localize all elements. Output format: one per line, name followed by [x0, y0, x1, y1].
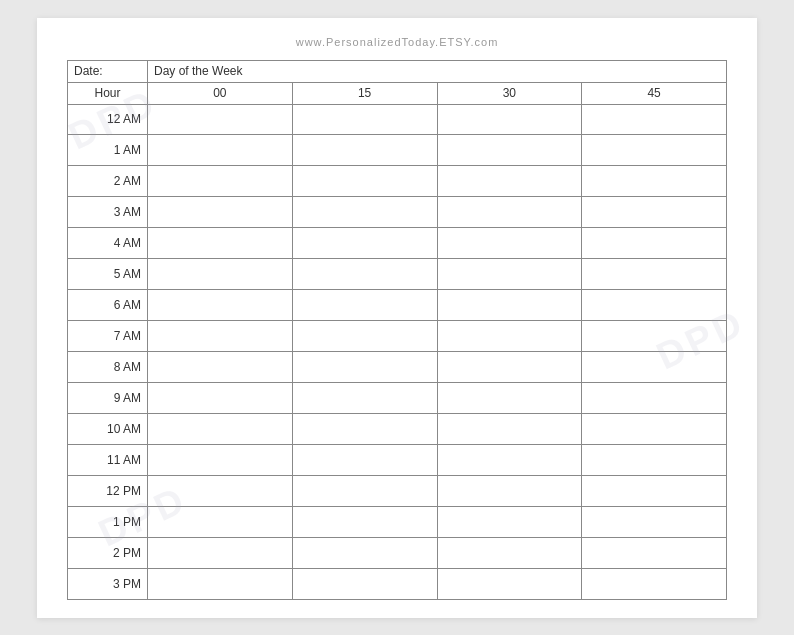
- date-header: Date:: [68, 60, 148, 82]
- data-cell[interactable]: [148, 382, 293, 413]
- data-cell[interactable]: [582, 104, 727, 135]
- data-cell[interactable]: [582, 259, 727, 290]
- data-cell[interactable]: [437, 290, 582, 321]
- data-cell[interactable]: [292, 321, 437, 352]
- data-cell[interactable]: [148, 413, 293, 444]
- data-cell[interactable]: [582, 135, 727, 166]
- data-cell[interactable]: [437, 506, 582, 537]
- data-cell[interactable]: [292, 197, 437, 228]
- data-cell[interactable]: [292, 444, 437, 475]
- data-cell[interactable]: [582, 290, 727, 321]
- time-cell: 12 AM: [68, 104, 148, 135]
- data-cell[interactable]: [582, 166, 727, 197]
- data-cell[interactable]: [148, 135, 293, 166]
- table-row: 3 PM: [68, 568, 727, 599]
- data-cell[interactable]: [582, 352, 727, 383]
- data-cell[interactable]: [437, 568, 582, 599]
- table-row: 10 AM: [68, 413, 727, 444]
- data-cell[interactable]: [292, 475, 437, 506]
- time-cell: 1 PM: [68, 506, 148, 537]
- time-cell: 4 AM: [68, 228, 148, 259]
- table-row: 9 AM: [68, 382, 727, 413]
- data-cell[interactable]: [582, 475, 727, 506]
- data-cell[interactable]: [148, 568, 293, 599]
- time-cell: 8 AM: [68, 352, 148, 383]
- time-cell: 3 PM: [68, 568, 148, 599]
- hour-header: Hour: [68, 82, 148, 104]
- data-cell[interactable]: [148, 197, 293, 228]
- table-row: 7 AM: [68, 321, 727, 352]
- data-cell[interactable]: [437, 135, 582, 166]
- data-cell[interactable]: [582, 382, 727, 413]
- table-row: 2 PM: [68, 537, 727, 568]
- data-cell[interactable]: [582, 321, 727, 352]
- data-cell[interactable]: [148, 444, 293, 475]
- data-cell[interactable]: [437, 104, 582, 135]
- data-cell[interactable]: [582, 228, 727, 259]
- day-header: Day of the Week: [148, 60, 727, 82]
- data-cell[interactable]: [292, 413, 437, 444]
- data-cell[interactable]: [292, 166, 437, 197]
- header-row-columns: Hour 00 15 30 45: [68, 82, 727, 104]
- data-cell[interactable]: [292, 537, 437, 568]
- data-cell[interactable]: [292, 568, 437, 599]
- time-cell: 11 AM: [68, 444, 148, 475]
- table-row: 8 AM: [68, 352, 727, 383]
- data-cell[interactable]: [292, 352, 437, 383]
- table-row: 11 AM: [68, 444, 727, 475]
- col-30-header: 30: [437, 82, 582, 104]
- time-cell: 10 AM: [68, 413, 148, 444]
- table-row: 1 AM: [68, 135, 727, 166]
- data-cell[interactable]: [292, 382, 437, 413]
- data-cell[interactable]: [148, 290, 293, 321]
- data-cell[interactable]: [582, 413, 727, 444]
- table-row: 12 PM: [68, 475, 727, 506]
- data-cell[interactable]: [292, 135, 437, 166]
- data-cell[interactable]: [148, 506, 293, 537]
- table-row: 5 AM: [68, 259, 727, 290]
- data-cell[interactable]: [582, 506, 727, 537]
- data-cell[interactable]: [582, 568, 727, 599]
- col-45-header: 45: [582, 82, 727, 104]
- data-cell[interactable]: [437, 166, 582, 197]
- data-cell[interactable]: [437, 475, 582, 506]
- data-cell[interactable]: [148, 228, 293, 259]
- data-cell[interactable]: [148, 321, 293, 352]
- schedule-table: Date: Day of the Week Hour 00 15 30 45 1…: [67, 60, 727, 600]
- data-cell[interactable]: [437, 259, 582, 290]
- data-cell[interactable]: [148, 259, 293, 290]
- website-label: www.PersonalizedToday.ETSY.com: [296, 36, 499, 48]
- time-cell: 3 AM: [68, 197, 148, 228]
- table-row: 3 AM: [68, 197, 727, 228]
- data-cell[interactable]: [292, 506, 437, 537]
- data-cell[interactable]: [292, 228, 437, 259]
- time-cell: 7 AM: [68, 321, 148, 352]
- time-cell: 6 AM: [68, 290, 148, 321]
- data-cell[interactable]: [437, 444, 582, 475]
- data-cell[interactable]: [292, 259, 437, 290]
- data-cell[interactable]: [148, 166, 293, 197]
- time-cell: 5 AM: [68, 259, 148, 290]
- time-cell: 1 AM: [68, 135, 148, 166]
- data-cell[interactable]: [437, 382, 582, 413]
- col-15-header: 15: [292, 82, 437, 104]
- data-cell[interactable]: [582, 444, 727, 475]
- data-cell[interactable]: [437, 321, 582, 352]
- data-cell[interactable]: [582, 537, 727, 568]
- data-cell[interactable]: [148, 104, 293, 135]
- data-cell[interactable]: [148, 475, 293, 506]
- data-cell[interactable]: [437, 228, 582, 259]
- data-cell[interactable]: [437, 197, 582, 228]
- data-cell[interactable]: [437, 413, 582, 444]
- data-cell[interactable]: [148, 537, 293, 568]
- data-cell[interactable]: [292, 104, 437, 135]
- data-cell[interactable]: [437, 537, 582, 568]
- time-cell: 2 PM: [68, 537, 148, 568]
- page: www.PersonalizedToday.ETSY.com DPD DPD D…: [37, 18, 757, 618]
- data-cell[interactable]: [582, 197, 727, 228]
- col-00-header: 00: [148, 82, 293, 104]
- data-cell[interactable]: [437, 352, 582, 383]
- data-cell[interactable]: [292, 290, 437, 321]
- time-cell: 2 AM: [68, 166, 148, 197]
- data-cell[interactable]: [148, 352, 293, 383]
